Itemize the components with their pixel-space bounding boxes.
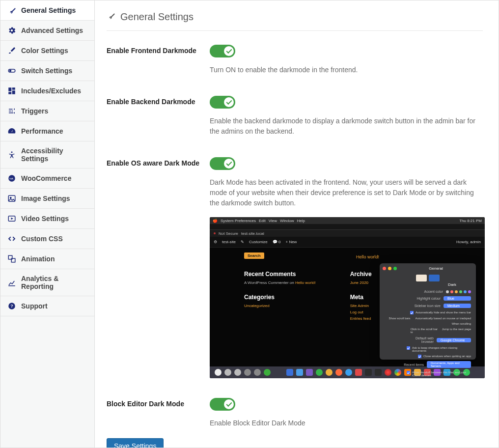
svg-point-1 [10, 70, 11, 72]
sidebar-item-label: Support [21, 302, 48, 310]
sidebar-item-label: Advanced Settings [21, 27, 83, 34]
sidebar-item-woocommerce[interactable]: WooCommerce [0, 168, 94, 189]
dashboard-icon [7, 86, 16, 95]
video-icon [7, 214, 16, 223]
sidebar-item-label: Includes/Excludes [21, 87, 81, 95]
sidebar-item-label: General Settings [21, 6, 76, 14]
sidebar-item-label: Color Settings [21, 47, 68, 55]
system-prefs-window: General Dark Accent color Highlight colo… [380, 263, 476, 360]
sidebar-item-label: Performance [21, 127, 63, 135]
sidebar-item-label: Switch Settings [21, 67, 72, 75]
sidebar-item-performance[interactable]: Performance [0, 121, 94, 141]
setting-row-osaware: Enable OS aware Dark Mode Dark Mode has … [107, 157, 483, 378]
sidebar-item-support[interactable]: ? Support [0, 296, 94, 316]
svg-point-3 [8, 175, 15, 182]
page-title-text: General Settings [120, 11, 194, 23]
sidebar-item-css[interactable]: Custom CSS [0, 229, 94, 249]
brush-icon [7, 46, 16, 55]
svg-point-2 [11, 151, 13, 153]
animation-icon [7, 254, 16, 263]
toggle-frontend[interactable] [210, 45, 235, 57]
main-panel: General Settings Enable Frontend Darkmod… [95, 0, 499, 448]
sidebar-item-general[interactable]: General Settings [0, 0, 94, 21]
sliders-icon [7, 107, 16, 115]
switch-icon [7, 66, 16, 75]
sidebar-item-switch[interactable]: Switch Settings [0, 61, 94, 81]
os-preview-image: 🍎 System Preferences Edit View Window He… [210, 217, 485, 378]
setting-desc: Turn ON to enable the darkmode in the fr… [210, 65, 483, 75]
sidebar-item-label: Animation [21, 255, 55, 263]
setting-desc: Enable the backend darkmode to display a… [210, 116, 483, 137]
setting-label: Enable Backend Darkmode [107, 96, 210, 106]
sidebar-item-color[interactable]: Color Settings [0, 41, 94, 61]
toggle-osaware[interactable] [210, 157, 235, 170]
wrench-icon [107, 11, 115, 23]
person-icon [7, 150, 16, 159]
woo-icon [7, 174, 16, 183]
setting-row-backend: Enable Backend Darkmode Enable the backe… [107, 96, 483, 137]
code-icon [7, 234, 16, 243]
sidebar-item-accessibility[interactable]: Accessibility Settings [0, 141, 94, 168]
sidebar-item-label: Analytics & Reporting [21, 275, 87, 290]
help-icon: ? [7, 302, 16, 310]
page-title: General Settings [107, 11, 483, 31]
sidebar-item-label: Triggers [21, 107, 48, 115]
gear-icon [7, 26, 16, 35]
sidebar-item-label: Custom CSS [21, 235, 63, 243]
sidebar-item-label: Video Settings [21, 215, 69, 223]
image-icon [7, 194, 16, 203]
gauge-icon [7, 127, 16, 136]
sidebar-item-video[interactable]: Video Settings [0, 209, 94, 229]
setting-label: Enable Frontend Darkmode [107, 45, 210, 55]
sidebar-item-animation[interactable]: Animation [0, 249, 94, 269]
chart-icon [7, 278, 16, 287]
setting-label: Enable OS aware Dark Mode [107, 157, 210, 167]
sidebar-item-analytics[interactable]: Analytics & Reporting [0, 269, 94, 296]
svg-text:?: ? [10, 304, 13, 308]
sidebar-item-includes[interactable]: Includes/Excludes [0, 81, 94, 101]
sidebar-item-label: Accessibility Settings [21, 147, 87, 163]
sidebar: General Settings Advanced Settings Color… [0, 0, 95, 448]
sidebar-item-advanced[interactable]: Advanced Settings [0, 21, 94, 41]
sidebar-item-label: WooCommerce [21, 174, 71, 182]
sidebar-item-triggers[interactable]: Triggers [0, 101, 94, 121]
setting-row-frontend: Enable Frontend Darkmode Turn ON to enab… [107, 45, 483, 75]
setting-desc: Dark Mode has been activated in the fron… [210, 177, 485, 208]
sidebar-item-label: Image Settings [21, 195, 70, 202]
save-button[interactable]: Save Settings [107, 438, 164, 448]
svg-point-5 [10, 197, 11, 198]
setting-row-block-editor: Block Editor Dark Mode Enable Block Edit… [107, 398, 483, 428]
sidebar-item-image[interactable]: Image Settings [0, 189, 94, 209]
toggle-block-editor[interactable] [210, 398, 235, 411]
toggle-backend[interactable] [210, 96, 235, 109]
wrench-icon [7, 6, 16, 15]
setting-desc: Enable Block Editor Dark Mode [210, 418, 483, 428]
setting-label: Block Editor Dark Mode [107, 398, 210, 408]
